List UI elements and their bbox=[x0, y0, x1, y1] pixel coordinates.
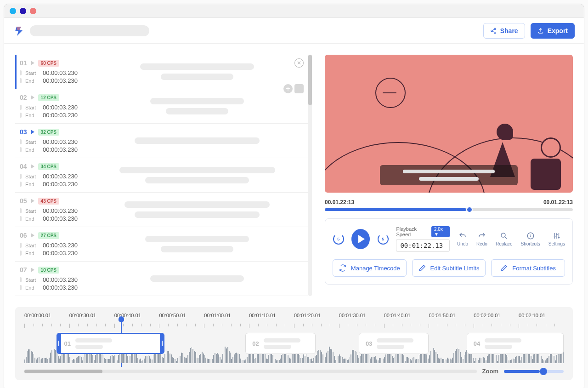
play-icon[interactable] bbox=[31, 233, 34, 238]
add-button[interactable]: + bbox=[283, 84, 293, 93]
end-label: End bbox=[25, 216, 39, 222]
start-label: Start bbox=[25, 243, 39, 248]
ruler-tick-label: 00:00:40.01 bbox=[114, 313, 141, 318]
subtitle-list: 01 60 CPS Start00:00:03.230 End00:00:03.… bbox=[15, 55, 308, 296]
merge-button[interactable] bbox=[294, 84, 304, 93]
timeline-h-scrollbar[interactable] bbox=[24, 370, 477, 373]
ruler-tick-label: 00:01:10.01 bbox=[249, 313, 276, 318]
end-time[interactable]: 00:00:03.230 bbox=[43, 77, 78, 84]
end-time[interactable]: 00:00:03.230 bbox=[43, 112, 78, 119]
timeline-ruler[interactable]: 00:00:00.0100:00:30.0100:00:40.0100:00:5… bbox=[24, 313, 564, 331]
skip-back-button[interactable]: 5 bbox=[333, 233, 344, 245]
subtitle-item[interactable]: 05 43 CPS Start00:00:03.230 End00:00:03.… bbox=[15, 193, 308, 227]
settings-button[interactable]: Settings bbox=[548, 232, 565, 246]
subtitle-index: 02 bbox=[20, 94, 27, 101]
start-time[interactable]: 00:00:03.230 bbox=[43, 173, 78, 180]
play-icon[interactable] bbox=[31, 95, 34, 100]
timeline-block[interactable]: 04 bbox=[467, 333, 564, 354]
subtitle-text[interactable] bbox=[93, 59, 301, 84]
replace-button[interactable]: Replace bbox=[496, 232, 513, 246]
edit-limits-button[interactable]: Edit Subtitle Limits bbox=[412, 259, 486, 277]
play-icon[interactable] bbox=[31, 61, 34, 65]
end-time[interactable]: 00:00:03.230 bbox=[43, 215, 78, 222]
subtitle-index: 07 bbox=[20, 266, 27, 274]
traffic-light[interactable] bbox=[20, 8, 26, 14]
subtitle-item[interactable]: 03 32 CPS Start00:00:03.230 End00:00:03.… bbox=[15, 124, 308, 158]
subtitle-item[interactable]: 07 10 CPS Start00:00:03.230 End00:00:03.… bbox=[15, 262, 308, 296]
share-label: Share bbox=[500, 27, 518, 34]
timeline-track[interactable]: 01 02 03 04 bbox=[24, 331, 564, 363]
app-window: Share Export 01 60 CPS Start00:00:03.230… bbox=[4, 4, 584, 388]
ruler-tick-label: 00:01:40.01 bbox=[384, 313, 411, 318]
share-button[interactable]: Share bbox=[483, 23, 525, 39]
timeline: 00:00:00.0100:00:30.0100:00:40.0100:00:5… bbox=[15, 307, 573, 380]
svg-point-0 bbox=[494, 28, 496, 29]
start-time[interactable]: 00:00:03.230 bbox=[43, 69, 78, 76]
resize-handle[interactable] bbox=[160, 334, 164, 353]
play-icon[interactable] bbox=[31, 130, 34, 134]
subtitle-item[interactable]: 02 12 CPS Start00:00:03.230 End00:00:03.… bbox=[15, 89, 308, 124]
resize-handle[interactable] bbox=[57, 334, 61, 353]
playback-speed-select[interactable]: 2.0x ▼ bbox=[431, 226, 450, 237]
video-progress[interactable] bbox=[325, 208, 573, 211]
skip-forward-button[interactable]: 5 bbox=[377, 233, 389, 245]
export-button[interactable]: Export bbox=[531, 23, 575, 39]
subtitle-item[interactable]: 01 60 CPS Start00:00:03.230 End00:00:03.… bbox=[15, 55, 308, 89]
play-icon[interactable] bbox=[31, 268, 34, 272]
timeline-block[interactable]: 01 bbox=[57, 333, 164, 354]
main-area: 01 60 CPS Start00:00:03.230 End00:00:03.… bbox=[4, 44, 584, 307]
start-time[interactable]: 00:00:03.230 bbox=[43, 207, 78, 214]
window-titlebar bbox=[4, 4, 584, 18]
play-button[interactable] bbox=[351, 229, 370, 249]
traffic-light[interactable] bbox=[10, 8, 16, 14]
play-icon[interactable] bbox=[31, 199, 34, 203]
traffic-light[interactable] bbox=[30, 8, 36, 14]
timeline-block[interactable]: 03 bbox=[359, 333, 429, 354]
undo-button[interactable]: Undo bbox=[457, 232, 468, 246]
timecode-display[interactable]: 00:01:22.13 bbox=[396, 239, 450, 252]
start-label: Start bbox=[25, 70, 39, 76]
ruler-tick-label: 00:02:00.01 bbox=[474, 313, 500, 318]
subtitle-scrollbar[interactable] bbox=[308, 55, 312, 296]
start-time[interactable]: 00:00:03.230 bbox=[43, 242, 78, 249]
sync-icon bbox=[339, 264, 346, 272]
subtitle-item[interactable]: 04 34 CPS Start00:00:03.230 End00:00:03.… bbox=[15, 158, 308, 193]
shortcuts-button[interactable]: Shortcuts bbox=[521, 232, 540, 246]
end-time[interactable]: 00:00:03.230 bbox=[43, 250, 78, 257]
end-time[interactable]: 00:00:03.230 bbox=[43, 146, 78, 153]
timeline-block[interactable]: 02 bbox=[245, 333, 316, 354]
project-title-input[interactable] bbox=[30, 25, 149, 36]
start-time[interactable]: 00:00:03.230 bbox=[43, 138, 78, 145]
start-label: Start bbox=[25, 139, 39, 145]
end-time[interactable]: 00:00:03.230 bbox=[43, 181, 78, 188]
manage-timecode-button[interactable]: Manage Timecode bbox=[333, 259, 407, 277]
subtitle-text[interactable] bbox=[93, 94, 301, 119]
play-icon[interactable] bbox=[31, 164, 34, 169]
subtitle-text[interactable] bbox=[93, 266, 301, 291]
subtitle-text[interactable] bbox=[93, 197, 301, 222]
subtitle-text[interactable] bbox=[93, 232, 301, 257]
start-time[interactable]: 00:00:03.230 bbox=[43, 276, 78, 283]
redo-button[interactable]: Redo bbox=[476, 232, 487, 246]
edit-icon bbox=[418, 264, 426, 272]
edit-icon bbox=[500, 264, 508, 272]
block-index: 03 bbox=[366, 340, 372, 347]
subtitle-text[interactable] bbox=[93, 128, 301, 153]
format-subtitles-button[interactable]: Format Subtitles bbox=[491, 259, 565, 277]
svg-point-5 bbox=[554, 236, 555, 237]
ruler-tick-label: 00:01:20.01 bbox=[294, 313, 321, 318]
start-time[interactable]: 00:00:03.230 bbox=[43, 104, 78, 111]
ruler-tick-label: 00:01:00.01 bbox=[204, 313, 231, 318]
subtitle-item[interactable]: 06 27 CPS Start00:00:03.230 End00:00:03.… bbox=[15, 227, 308, 262]
start-label: Start bbox=[25, 277, 39, 283]
end-label: End bbox=[25, 251, 39, 256]
cps-badge: 43 CPS bbox=[38, 198, 59, 205]
close-icon[interactable]: ✕ bbox=[294, 58, 304, 68]
video-preview[interactable] bbox=[325, 55, 573, 193]
zoom-slider[interactable] bbox=[504, 370, 564, 373]
subtitle-panel: 01 60 CPS Start00:00:03.230 End00:00:03.… bbox=[15, 55, 312, 296]
end-time[interactable]: 00:00:03.230 bbox=[43, 284, 78, 291]
caption-overlay bbox=[380, 165, 518, 185]
subtitle-text[interactable] bbox=[93, 163, 301, 188]
video-current-time: 00.01.22:13 bbox=[325, 199, 354, 205]
